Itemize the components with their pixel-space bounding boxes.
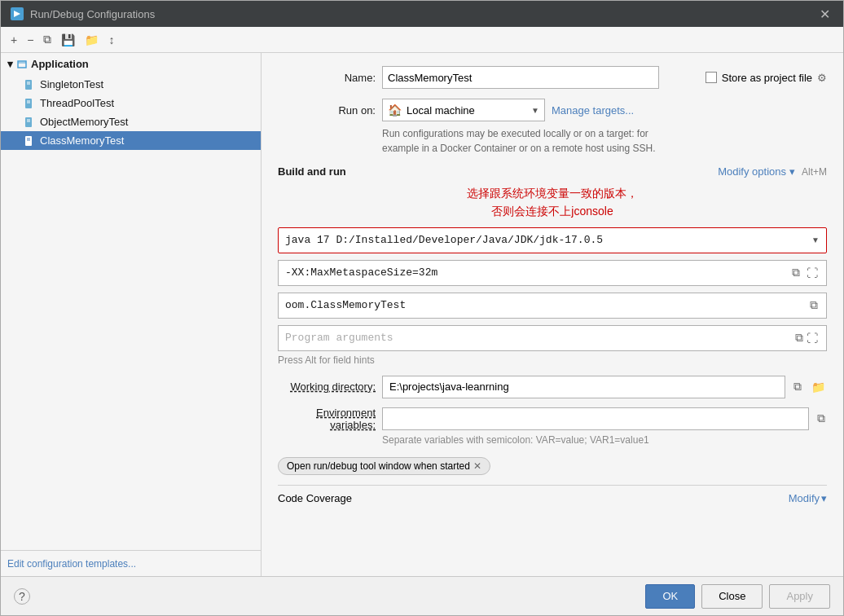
config-file-icon <box>24 79 35 90</box>
env-vars-row: Environment variables: ⧉ <box>278 407 827 431</box>
expand-program-args-button[interactable]: ⛶ <box>805 330 820 346</box>
sidebar-item-label: ClassMemoryTest <box>40 134 124 147</box>
sidebar-item-label: ThreadPoolTest <box>40 97 114 109</box>
apply-button[interactable]: Apply <box>769 584 830 609</box>
svg-rect-6 <box>25 99 32 108</box>
field-hint: Press Alt for field hints <box>278 354 827 366</box>
toolbar: + − ⧉ 💾 📁 ↕ <box>1 27 843 53</box>
copy-vm-options-button[interactable]: ⧉ <box>790 264 802 281</box>
program-args-row[interactable]: Program arguments ⧉ ⛶ <box>278 325 827 351</box>
svg-marker-0 <box>14 11 20 17</box>
sidebar-item-classmemorytest[interactable]: ClassMemoryTest <box>1 131 261 150</box>
chevron-down-icon: ▾ <box>7 58 13 70</box>
sidebar-item-singletontest[interactable]: SingletonTest <box>1 75 261 94</box>
help-button[interactable]: ? <box>14 588 30 605</box>
build-run-header: Build and run Modify options ▾ Alt+M <box>278 165 827 178</box>
modify-label: Modify <box>789 492 820 504</box>
add-config-button[interactable]: + <box>7 32 20 48</box>
run-on-value: Local machine <box>407 104 475 117</box>
main-class-row: oom.ClassMemoryTest ⧉ <box>278 293 827 319</box>
java-row-value: java 17 D:/Installed/Developer/Java/JDK/… <box>285 234 811 246</box>
code-coverage-modify-link[interactable]: Modify ▾ <box>789 492 827 504</box>
copy-working-dir-button[interactable]: ⧉ <box>792 378 803 395</box>
sidebar-item-objectmemorytest[interactable]: ObjectMemoryTest <box>1 112 261 131</box>
working-dir-label: Working directory: <box>278 381 376 393</box>
vm-options-value: -XX:MaxMetaspaceSize=32m <box>285 266 787 279</box>
vm-options-row: -XX:MaxMetaspaceSize=32m ⧉ ⛶ <box>278 260 827 286</box>
sidebar-group-application[interactable]: ▾ Application <box>1 53 261 75</box>
expand-vm-options-button[interactable]: ⛶ <box>805 265 820 281</box>
annotation-box: 选择跟系统环境变量一致的版本， 否则会连接不上jconsole <box>278 184 827 221</box>
dropdown-arrow-icon: ▼ <box>531 106 539 115</box>
remove-config-button[interactable]: − <box>24 32 37 48</box>
java-dropdown-arrow-icon[interactable]: ▼ <box>811 235 820 244</box>
copy-env-vars-button[interactable]: ⧉ <box>815 410 827 427</box>
config-panel: Name: Store as project file ⚙ Run on: 🏠 … <box>262 53 843 576</box>
run-on-label: Run on: <box>278 104 376 117</box>
annotation-line1: 选择跟系统环境变量一致的版本， <box>278 184 827 202</box>
close-dialog-button[interactable]: Close <box>701 584 763 609</box>
name-label: Name: <box>278 72 376 84</box>
application-icon <box>16 59 28 70</box>
annotation-line2: 否则会连接不上jconsole <box>278 202 827 220</box>
modify-options-label: Modify options <box>718 165 786 178</box>
name-row: Name: Store as project file ⚙ <box>278 66 827 89</box>
run-hint-line1: Run configurations may be executed local… <box>382 126 827 141</box>
java-row[interactable]: java 17 D:/Installed/Developer/Java/JDK/… <box>278 227 827 253</box>
build-run-label: Build and run <box>278 165 346 178</box>
run-hint: Run configurations may be executed local… <box>382 126 827 156</box>
tag-close-button[interactable]: ✕ <box>473 460 481 472</box>
home-icon: 🏠 <box>388 103 402 117</box>
gear-icon[interactable]: ⚙ <box>817 72 827 84</box>
working-dir-input[interactable]: E:\projects\java-leanrning <box>382 376 785 398</box>
run-on-dropdown[interactable]: 🏠 Local machine ▼ <box>382 99 545 121</box>
svg-rect-1 <box>18 61 26 68</box>
title-bar-left: Run/Debug Configurations <box>11 7 155 20</box>
run-tool-window-tag: Open run/debug tool window when started … <box>278 457 490 475</box>
close-icon[interactable]: ✕ <box>816 7 833 22</box>
sidebar-footer: Edit configuration templates... <box>1 550 261 576</box>
name-input[interactable] <box>382 66 659 89</box>
code-coverage-row: Code Coverage Modify ▾ <box>278 485 827 504</box>
run-on-row: Run on: 🏠 Local machine ▼ Manage targets… <box>278 99 827 121</box>
copy-main-class-button[interactable]: ⧉ <box>808 297 820 314</box>
config-file-icon3 <box>24 117 35 128</box>
modify-options-link[interactable]: Modify options ▾ <box>718 165 795 178</box>
sidebar-item-label: SingletonTest <box>40 78 103 90</box>
chevron-down-icon3: ▾ <box>821 492 827 504</box>
sidebar: ▾ Application SingletonTest ThreadPoolTe… <box>1 53 262 576</box>
manage-targets-link[interactable]: Manage targets... <box>552 104 634 117</box>
config-file-icon4 <box>24 135 35 147</box>
code-coverage-label: Code Coverage <box>278 492 352 504</box>
store-checkbox-area: Store as project file ⚙ <box>706 72 827 84</box>
copy-config-button[interactable]: ⧉ <box>40 31 55 48</box>
program-args-placeholder: Program arguments <box>285 332 793 344</box>
env-hint: Separate variables with semicolon: VAR=v… <box>382 434 827 446</box>
move-config-button[interactable]: 📁 <box>81 32 102 48</box>
modify-options-area: Modify options ▾ Alt+M <box>718 165 827 178</box>
run-debug-dialog: Run/Debug Configurations ✕ + − ⧉ 💾 📁 ↕ ▾… <box>0 0 844 616</box>
svg-rect-12 <box>25 136 32 146</box>
copy-program-args-button[interactable]: ⧉ <box>793 329 805 346</box>
browse-working-dir-button[interactable]: 📁 <box>810 379 827 395</box>
env-vars-input[interactable] <box>382 407 809 430</box>
title-bar: Run/Debug Configurations ✕ <box>1 1 843 27</box>
footer: ? OK Close Apply <box>1 576 843 615</box>
alt-hint: Alt+M <box>802 166 827 178</box>
app-icon <box>11 7 24 20</box>
store-checkbox[interactable] <box>706 72 717 83</box>
sidebar-group-label: Application <box>31 58 89 70</box>
svg-rect-3 <box>25 80 32 90</box>
save-config-button[interactable]: 💾 <box>58 32 78 48</box>
ok-button[interactable]: OK <box>645 584 695 609</box>
chevron-down-icon2: ▾ <box>789 165 795 178</box>
edit-templates-link[interactable]: Edit configuration templates... <box>7 558 136 570</box>
config-file-icon2 <box>24 98 35 109</box>
sort-config-button[interactable]: ↕ <box>105 32 117 48</box>
env-vars-label: Environment variables: <box>278 407 376 431</box>
sidebar-item-threadpooltest[interactable]: ThreadPoolTest <box>1 94 261 112</box>
svg-rect-9 <box>25 117 32 127</box>
tag-label: Open run/debug tool window when started <box>287 460 470 472</box>
main-class-value: oom.ClassMemoryTest <box>285 299 808 311</box>
dialog-title: Run/Debug Configurations <box>30 8 155 20</box>
